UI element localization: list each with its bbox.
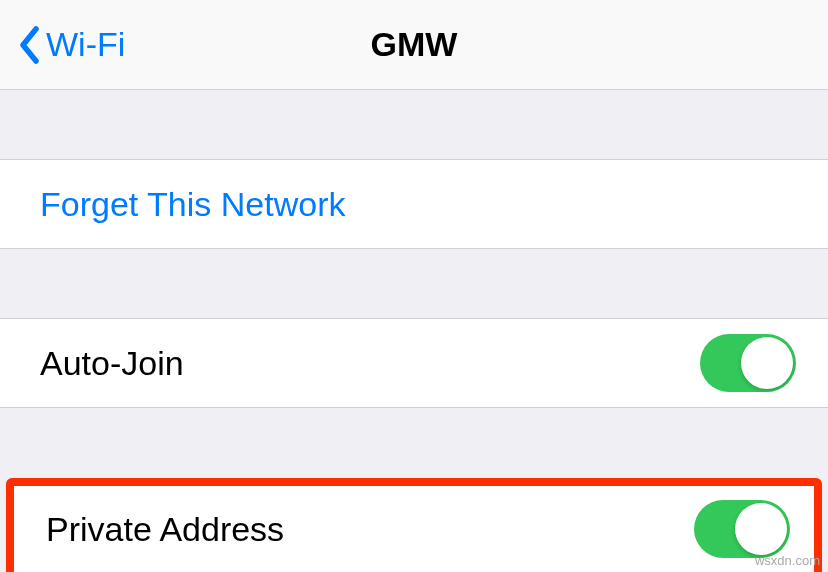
navbar: Wi-Fi GMW [0,0,828,90]
private-address-row: Private Address [14,486,814,572]
auto-join-toggle[interactable] [700,334,796,392]
page-title: GMW [371,25,458,64]
back-label: Wi-Fi [46,25,125,64]
toggle-knob [735,503,787,555]
watermark: wsxdn.com [755,553,820,568]
auto-join-label: Auto-Join [40,344,184,383]
back-button[interactable]: Wi-Fi [0,25,125,64]
section-spacer [0,248,828,319]
auto-join-row: Auto-Join [0,319,828,407]
toggle-knob [741,337,793,389]
private-address-toggle[interactable] [694,500,790,558]
private-address-label: Private Address [46,510,284,549]
forget-network-button[interactable]: Forget This Network [0,160,828,248]
section-spacer [0,90,828,160]
chevron-left-icon [18,26,40,64]
highlight-box: Private Address [6,478,822,572]
forget-network-label: Forget This Network [40,185,345,224]
section-spacer [0,407,828,478]
